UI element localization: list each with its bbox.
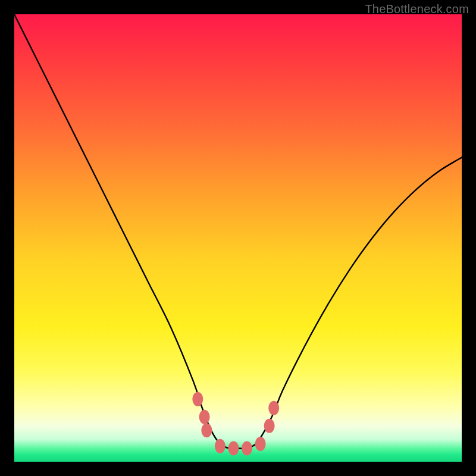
highlight-dot xyxy=(199,410,210,424)
highlight-dot xyxy=(268,401,279,415)
chart-svg xyxy=(14,14,462,462)
highlight-dot xyxy=(264,419,275,433)
highlight-dot xyxy=(215,439,226,453)
highlight-dot xyxy=(228,441,239,455)
highlight-dot xyxy=(255,437,266,451)
watermark-text: TheBottleneck.com xyxy=(365,2,469,16)
highlight-markers xyxy=(192,392,279,456)
bottleneck-curve xyxy=(14,14,462,449)
highlight-dot xyxy=(192,392,203,406)
highlight-dot xyxy=(242,441,252,455)
highlight-dot xyxy=(201,423,212,437)
plot-area xyxy=(14,14,462,462)
